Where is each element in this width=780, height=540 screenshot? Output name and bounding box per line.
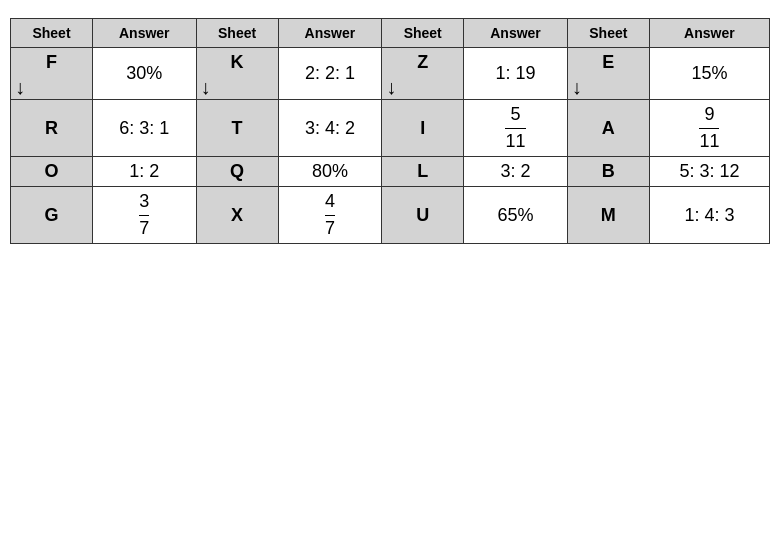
table-row-0: F↓30%K↓2: 2: 1Z↓1: 19E↓15% [11,48,770,100]
sheet-cell-r3c2: X [196,187,278,244]
answer-value: 65% [497,205,533,225]
sheet-letter: I [420,118,425,138]
column-header-6: Sheet [567,19,649,48]
answer-cell-r1c1: 6: 3: 1 [92,100,196,157]
arrow-down-icon: ↓ [572,77,645,97]
sheet-letter: L [417,161,428,181]
column-header-5: Answer [464,19,568,48]
answer-cell-r1c3: 3: 4: 2 [278,100,382,157]
answer-cell-r2c5: 3: 2 [464,157,568,187]
sheet-letter: Q [230,161,244,181]
answer-value: 2: 2: 1 [305,63,355,83]
arrow-down-icon: ↓ [386,77,459,97]
header-row: SheetAnswerSheetAnswerSheetAnswerSheetAn… [11,19,770,48]
answer-cell-r3c5: 65% [464,187,568,244]
sheet-cell-r0c6: E↓ [567,48,649,100]
sheet-cell-r0c4: Z↓ [382,48,464,100]
answer-value: 5: 3: 12 [679,161,739,181]
answer-cell-r2c7: 5: 3: 12 [649,157,769,187]
answer-cell-r2c3: 80% [278,157,382,187]
sheet-cell-r3c4: U [382,187,464,244]
sheet-cell-r1c4: I [382,100,464,157]
answer-value: 15% [691,63,727,83]
sheet-letter: A [602,118,615,138]
sheet-letter: Z [417,52,428,72]
fraction-value: 47 [325,191,335,239]
sheet-letter: G [44,205,58,225]
column-header-1: Answer [92,19,196,48]
answer-cell-r3c1: 37 [92,187,196,244]
sheet-letter: O [44,161,58,181]
sheet-letter: E [602,52,614,72]
sheet-letter: K [231,52,244,72]
answer-value: 1: 4: 3 [684,205,734,225]
sheet-cell-r3c6: M [567,187,649,244]
answer-cell-r0c3: 2: 2: 1 [278,48,382,100]
sheet-letter: X [231,205,243,225]
sheet-cell-r2c2: Q [196,157,278,187]
sheet-letter: R [45,118,58,138]
sheet-cell-r2c0: O [11,157,93,187]
sheet-letter: U [416,205,429,225]
answer-cell-r1c7: 911 [649,100,769,157]
column-header-4: Sheet [382,19,464,48]
answer-cell-r0c5: 1: 19 [464,48,568,100]
answer-value: 30% [126,63,162,83]
answer-cell-r2c1: 1: 2 [92,157,196,187]
sheet-cell-r3c0: G [11,187,93,244]
answer-cell-r0c7: 15% [649,48,769,100]
answer-cell-r3c3: 47 [278,187,382,244]
column-header-3: Answer [278,19,382,48]
sheet-cell-r2c6: B [567,157,649,187]
answer-cell-r0c1: 30% [92,48,196,100]
sheet-letter: F [46,52,57,72]
table-row-2: O1: 2Q80%L3: 2B5: 3: 12 [11,157,770,187]
fraction-value: 911 [699,104,719,152]
table-row-1: R6: 3: 1T3: 4: 2I511A911 [11,100,770,157]
column-header-0: Sheet [11,19,93,48]
answer-value: 80% [312,161,348,181]
fraction-value: 511 [505,104,525,152]
answer-value: 6: 3: 1 [119,118,169,138]
table-row-3: G37X47U65%M1: 4: 3 [11,187,770,244]
answer-value: 1: 2 [129,161,159,181]
answer-value: 1: 19 [495,63,535,83]
sheet-cell-r0c2: K↓ [196,48,278,100]
sheet-cell-r0c0: F↓ [11,48,93,100]
column-header-2: Sheet [196,19,278,48]
answer-value: 3: 4: 2 [305,118,355,138]
arrow-down-icon: ↓ [15,77,88,97]
sheet-cell-r1c2: T [196,100,278,157]
arrow-down-icon: ↓ [201,77,274,97]
column-header-7: Answer [649,19,769,48]
sheet-letter: T [232,118,243,138]
sheet-cell-r2c4: L [382,157,464,187]
answer-cell-r1c5: 511 [464,100,568,157]
sheet-cell-r1c0: R [11,100,93,157]
sheet-cell-r1c6: A [567,100,649,157]
answer-cell-r3c7: 1: 4: 3 [649,187,769,244]
answer-table: SheetAnswerSheetAnswerSheetAnswerSheetAn… [10,18,770,244]
fraction-value: 37 [139,191,149,239]
answer-value: 3: 2 [500,161,530,181]
sheet-letter: M [601,205,616,225]
sheet-letter: B [602,161,615,181]
